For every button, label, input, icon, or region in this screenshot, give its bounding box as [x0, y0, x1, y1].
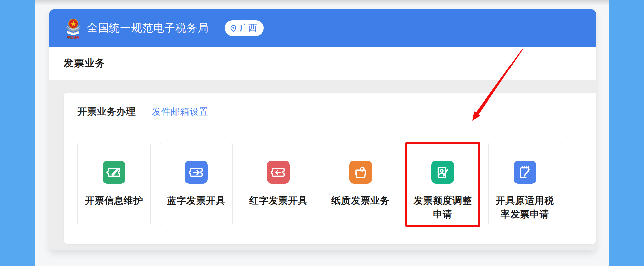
top-shadow [35, 0, 609, 5]
tiles-row: 开票信息维护蓝字发票开具红字发票开具纸质发票业务发票额度调整 申请开具原适用税 … [77, 143, 596, 225]
tile-clipboard-pen[interactable]: 开具原适用税 率发票申请 [488, 143, 561, 225]
bag-ticket-icon [349, 161, 372, 184]
tab-sender-email-settings[interactable]: 发件邮箱设置 [152, 106, 208, 118]
invoice-card: 开票业务办理 发件邮箱设置 开票信息维护蓝字发票开具红字发票开具纸质发票业务发票… [64, 93, 596, 244]
tile-label: 红字发票开具 [249, 194, 308, 207]
tile-ticket-edit[interactable]: 开票信息维护 [77, 143, 151, 225]
tile-label: 开票信息维护 [85, 194, 143, 207]
tile-document-user-pen[interactable]: 发票额度调整 申请 [406, 143, 479, 225]
tabs-divider [77, 130, 596, 130]
tile-ticket-arrow-right[interactable]: 蓝字发票开具 [160, 143, 233, 225]
section-bar: 发票业务 [49, 47, 596, 80]
logo-caption: 中国税务 [67, 36, 80, 39]
location-badge[interactable]: 广西 [225, 20, 264, 36]
ticket-edit-icon [103, 161, 125, 184]
app-title: 全国统一规范电子税务局 [87, 21, 209, 36]
section-title: 发票业务 [64, 57, 105, 70]
tab-invoice-handling[interactable]: 开票业务办理 [77, 105, 136, 118]
location-pin-icon [229, 23, 238, 33]
page: 中国税务 全国统一规范电子税务局 广西 发票业务 开票业务办理 发件邮箱设置 [0, 0, 644, 266]
invoice-module: 中国税务 全国统一规范电子税务局 广西 发票业务 开票业务办理 发件邮箱设置 [49, 9, 596, 250]
tile-bag-ticket[interactable]: 纸质发票业务 [324, 143, 397, 225]
tax-bureau-emblem-icon: 中国税务 [65, 18, 82, 39]
location-label: 广西 [239, 22, 257, 34]
tile-label: 开具原适用税 率发票申请 [496, 194, 554, 221]
tile-label: 纸质发票业务 [331, 194, 390, 207]
tax-bureau-header: 中国税务 全国统一规范电子税务局 广西 [49, 9, 596, 47]
ticket-arrow-right-icon [185, 161, 208, 184]
tile-label: 蓝字发票开具 [167, 194, 225, 207]
tile-ticket-arrow-left[interactable]: 红字发票开具 [242, 143, 315, 225]
module-body: 开票业务办理 发件邮箱设置 开票信息维护蓝字发票开具红字发票开具纸质发票业务发票… [49, 80, 596, 250]
tile-label: 发票额度调整 申请 [414, 194, 472, 221]
clipboard-pen-icon [514, 161, 536, 184]
ticket-arrow-left-icon [267, 161, 290, 184]
tabs-row: 开票业务办理 发件邮箱设置 [64, 93, 596, 130]
document-user-pen-icon [431, 161, 454, 184]
